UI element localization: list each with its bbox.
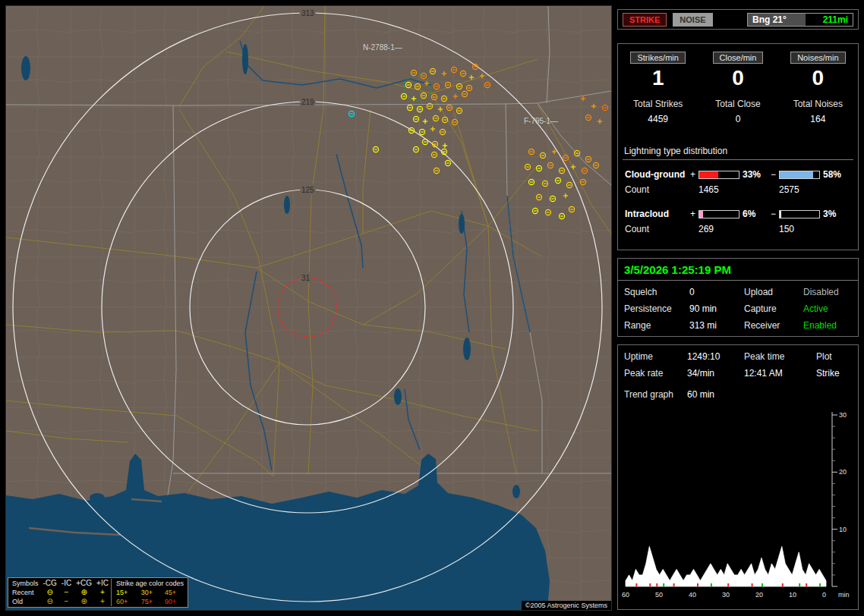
intracloud-count-row: Count 269 150	[618, 221, 858, 237]
peak-time-label: Peak time	[744, 351, 816, 362]
plus-sign: +	[690, 209, 698, 219]
capture-value: Active	[803, 303, 852, 314]
close-per-min-header: Close/min	[713, 52, 764, 64]
ring-label: 125	[301, 186, 314, 194]
ring-label: 313	[301, 9, 314, 17]
cg-negative-bar	[779, 171, 820, 179]
legend-cell: +IC	[94, 579, 111, 588]
ic-positive-count: 269	[698, 224, 779, 237]
legend-cell: Strike age color codes	[111, 579, 186, 588]
legend-cell: Old	[10, 597, 41, 606]
datetime-display: 3/5/2026 1:25:19 PM	[618, 259, 858, 281]
strikes-per-min-value: 1	[618, 67, 698, 90]
copyright-label: ©2005 Astrogenic Systems	[522, 601, 611, 610]
legend-cell: 15+	[111, 588, 138, 597]
noises-per-min-header: Noises/min	[790, 52, 845, 64]
plot-value: Strike	[816, 368, 852, 379]
cg-positive-pct: 33%	[743, 169, 771, 180]
total-strikes-label: Total Strikes	[618, 99, 698, 109]
close-per-min-column: Close/min 0 Total Close 0	[698, 50, 777, 124]
ic-negative-count: 150	[779, 224, 794, 237]
total-strikes-value: 4459	[618, 114, 698, 124]
cg-negative-pct: 58%	[823, 169, 851, 180]
svg-text:20: 20	[839, 468, 847, 476]
legend-cell: 45+	[162, 588, 186, 597]
legend-cell: ⊕	[74, 597, 94, 606]
minus-sign: −	[771, 209, 779, 219]
svg-text:30: 30	[839, 411, 847, 419]
noise-mode-button[interactable]: NOISE	[673, 13, 712, 27]
trend-line	[626, 546, 826, 586]
cg-positive-count: 1465	[698, 184, 779, 198]
ic-positive-pct: 6%	[743, 209, 771, 219]
peak-time-value: 12:41 AM	[744, 368, 816, 379]
total-close-value: 0	[698, 114, 777, 124]
distance-label: 211mi	[823, 14, 848, 25]
status-trend-panel: Uptime 1249:10 Peak time Plot Peak rate …	[617, 344, 859, 610]
lightning-map[interactable]: 31321912531 N-2788-1—F-795-1— Symbols-CG…	[6, 6, 611, 610]
upload-label: Upload	[744, 287, 803, 297]
svg-text:30: 30	[722, 591, 730, 599]
map-legend: Symbols-CG-IC+CG+ICStrike age color code…	[8, 577, 188, 608]
strike-mode-button[interactable]: STRIKE	[623, 13, 667, 27]
trend-graph-row: Trend graph 60 min	[618, 379, 858, 400]
mode-toolbar: STRIKE NOISE Bng 21° 211mi	[617, 9, 859, 30]
uptime-value: 1249:10	[687, 351, 744, 362]
svg-text:60: 60	[622, 591, 629, 599]
persistence-label: Persistence	[624, 303, 689, 314]
count-label: Count	[625, 184, 698, 198]
intracloud-row: Intracloud + 6% − 3%	[618, 207, 858, 221]
upload-value: Disabled	[803, 287, 852, 297]
persistence-value: 90 min	[689, 303, 744, 314]
total-noises-value: 164	[778, 114, 858, 124]
peak-rate-label: Peak rate	[624, 368, 687, 379]
system-settings-panel: 3/5/2026 1:25:19 PM Squelch 0 Upload Dis…	[617, 258, 859, 337]
legend-cell: ⊖	[41, 597, 59, 606]
squelch-label: Squelch	[624, 287, 689, 297]
count-label: Count	[625, 224, 698, 237]
storm-track-label: F-795-1—	[524, 117, 558, 125]
legend-cell: ⊕	[74, 588, 94, 597]
minus-sign: −	[771, 169, 779, 180]
status-grid: Uptime 1249:10 Peak time Plot Peak rate …	[618, 345, 858, 379]
range-label: Range	[624, 320, 689, 331]
noises-per-min-value: 0	[778, 67, 858, 90]
svg-text:0: 0	[822, 591, 826, 599]
legend-cell: -IC	[59, 579, 74, 588]
legend-cell: −	[59, 597, 74, 606]
legend-cell: Recent	[10, 588, 41, 597]
noises-per-min-column: Noises/min 0 Total Noises 164	[778, 50, 858, 124]
strike-statistics-panel: Strikes/min 1 Total Strikes 4459 Close/m…	[617, 43, 859, 250]
trend-graph-label: Trend graph	[624, 389, 687, 400]
legend-cell: Symbols	[10, 579, 41, 588]
ic-negative-pct: 3%	[823, 209, 851, 219]
range-value: 313 mi	[689, 320, 744, 331]
receiver-label: Receiver	[744, 320, 803, 331]
plot-label: Plot	[816, 351, 852, 362]
ring-label: 31	[301, 274, 311, 282]
legend-cell: 90+	[162, 597, 186, 606]
settings-grid: Squelch 0 Upload Disabled Persistence 90…	[618, 281, 858, 337]
svg-text:10: 10	[839, 526, 847, 533]
trend-graph: 3020106050403020100min	[620, 404, 858, 608]
ring-label: 219	[301, 98, 314, 106]
cloud-ground-label: Cloud-ground	[625, 169, 690, 180]
svg-text:min: min	[838, 591, 850, 599]
total-noises-label: Total Noises	[778, 99, 858, 109]
plus-sign: +	[690, 169, 698, 180]
legend-cell: +	[94, 588, 111, 597]
receiver-value: Enabled	[803, 320, 852, 331]
svg-text:20: 20	[755, 591, 763, 599]
distribution-title: Lightning type distribution	[624, 146, 852, 156]
svg-text:40: 40	[689, 591, 696, 599]
ic-negative-bar	[779, 210, 820, 218]
storm-track-label: N-2788-1—	[363, 43, 402, 52]
legend-cell: −	[59, 588, 74, 597]
cloud-ground-row: Cloud-ground + 33% − 58%	[618, 168, 858, 181]
total-close-label: Total Close	[698, 99, 777, 109]
uptime-label: Uptime	[624, 351, 687, 362]
legend-cell: -CG	[41, 579, 59, 588]
svg-text:10: 10	[789, 591, 796, 599]
cloud-ground-count-row: Count 1465 2575	[618, 181, 858, 198]
intracloud-label: Intracloud	[625, 209, 690, 219]
